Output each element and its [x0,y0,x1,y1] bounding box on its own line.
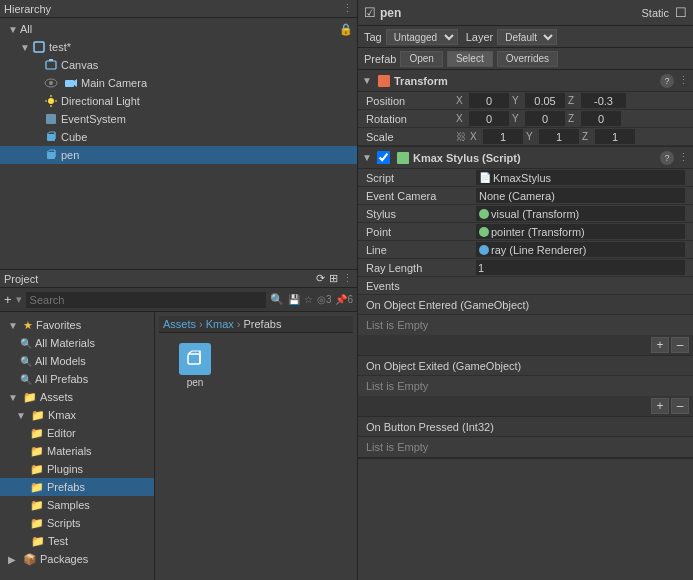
rotation-label: Rotation [366,113,456,125]
scale-y-input[interactable] [539,129,579,144]
point-name: pointer (Transform) [491,226,682,238]
script-header[interactable]: ▼ Kmax Stylus (Script) ? ⋮ [358,147,693,169]
sidebar-item-prefabs[interactable]: 📁 Prefabs [0,478,154,496]
position-x-input[interactable] [469,93,509,108]
event-camera-value[interactable]: None (Camera) [476,188,685,203]
assets-icon: 📁 [23,391,37,404]
sidebar-label: Materials [47,445,92,457]
tag-label: Tag [364,31,382,43]
static-checkbox[interactable]: ☐ [675,5,687,20]
sidebar-item-kmax[interactable]: ▼ 📁 Kmax [0,406,154,424]
project-icon1[interactable]: ⟳ [316,272,325,285]
add-icon[interactable]: + [4,292,12,307]
sidebar-label: Packages [40,553,88,565]
event-exited-add-button[interactable]: + [651,398,669,414]
rotation-z-input[interactable] [581,111,621,126]
search-icon[interactable]: 🔍 [270,293,284,306]
script-enabled-checkbox[interactable] [377,151,390,164]
eye-icon [44,78,64,88]
active-checkbox[interactable]: ☑ [364,5,376,20]
line-value[interactable]: ray (Line Renderer) [476,242,685,257]
cube-icon [44,130,58,144]
transform-section: ▼ Transform ? ⋮ Position X Y Z [358,70,693,147]
event-camera-label: Event Camera [366,190,476,202]
event-button-pressed-empty: List is Empty [358,437,693,457]
event-entered-add-button[interactable]: + [651,337,669,353]
scale-x-input[interactable] [483,129,523,144]
hierarchy-items: ▼ All 🔒 ▼ test* Canvas [0,18,357,166]
event-exited-header: On Object Exited (GameObject) [358,356,693,376]
prefab-label: Prefab [364,53,396,65]
svg-marker-6 [74,79,77,87]
event-entered-remove-button[interactable]: – [671,337,689,353]
transform-header[interactable]: ▼ Transform ? ⋮ [358,70,693,92]
hierarchy-header-left: Hierarchy [4,3,51,15]
hierarchy-item-maincamera[interactable]: Main Camera [0,74,357,92]
sidebar-item-all-models[interactable]: 🔍 All Models [0,352,154,370]
sidebar-item-test[interactable]: 📁 Test [0,532,154,550]
line-icon [479,245,489,255]
hierarchy-item-canvas[interactable]: Canvas [0,56,357,74]
transform-menu-icon[interactable]: ⋮ [678,74,689,88]
sidebar-item-scripts[interactable]: 📁 Scripts [0,514,154,532]
project-search-input[interactable] [26,292,266,308]
script-label: Script [366,172,476,184]
arrow-icon: ▶ [8,554,20,565]
eye-icon-proj[interactable]: ◎3 [317,294,332,305]
select-button[interactable]: Select [447,51,493,67]
open-button[interactable]: Open [400,51,442,67]
item-label: test* [49,41,71,53]
script-section: ▼ Kmax Stylus (Script) ? ⋮ Script 📄 Kmax… [358,147,693,459]
stylus-value[interactable]: visual (Transform) [476,206,685,221]
sidebar-item-samples[interactable]: 📁 Samples [0,496,154,514]
project-menu-icon[interactable]: ⋮ [342,272,353,285]
position-z-input[interactable] [581,93,626,108]
x-label: X [456,95,466,106]
point-value[interactable]: pointer (Transform) [476,224,685,239]
prefab-item-pen[interactable]: pen [165,339,225,392]
breadcrumb-assets[interactable]: Assets [163,318,196,330]
rotation-y-input[interactable] [525,111,565,126]
script-value[interactable]: 📄 KmaxStylus [476,170,685,185]
ray-length-input[interactable] [476,260,685,275]
position-y-input[interactable] [525,93,565,108]
point-icon [479,227,489,237]
sidebar-item-assets[interactable]: ▼ 📁 Assets [0,388,154,406]
sidebar-item-all-prefabs[interactable]: 🔍 All Prefabs [0,370,154,388]
sidebar-item-packages[interactable]: ▶ 📦 Packages [0,550,154,568]
project-icon2[interactable]: ⊞ [329,272,338,285]
sidebar-item-all-materials[interactable]: 🔍 All Materials [0,334,154,352]
project-sidebar: ▼ ★ Favorites 🔍 All Materials 🔍 All Mode… [0,312,155,580]
star-icon[interactable]: ☆ [304,294,313,305]
sidebar-item-editor[interactable]: 📁 Editor [0,424,154,442]
position-row: Position X Y Z [358,92,693,110]
hierarchy-item-eventsystem[interactable]: EventSystem [0,110,357,128]
tag-select[interactable]: Untagged [386,29,458,45]
overrides-button[interactable]: Overrides [497,51,558,67]
scale-z-input[interactable] [595,129,635,144]
hierarchy-lock-icon[interactable]: 🔒 [339,23,353,36]
hierarchy-item-test[interactable]: ▼ test* [0,38,357,56]
hierarchy-item-pen[interactable]: pen [0,146,357,164]
sidebar-item-materials[interactable]: 📁 Materials [0,442,154,460]
hierarchy-menu-icon[interactable]: ⋮ [342,2,353,15]
breadcrumb-prefabs[interactable]: Prefabs [243,318,281,330]
help-button[interactable]: ? [660,151,674,165]
hierarchy-item-cube[interactable]: Cube [0,128,357,146]
sidebar-item-plugins[interactable]: 📁 Plugins [0,460,154,478]
hierarchy-item-directionallight[interactable]: Directional Light [0,92,357,110]
hierarchy-item-all[interactable]: ▼ All 🔒 [0,20,357,38]
rotation-x-input[interactable] [469,111,509,126]
save-icon[interactable]: 💾 [288,294,300,305]
pin-icon[interactable]: 📌6 [335,294,353,305]
svg-point-4 [49,81,53,85]
sidebar-item-favorites[interactable]: ▼ ★ Favorites [0,316,154,334]
line-name: ray (Line Renderer) [491,244,682,256]
scale-link-icon[interactable]: ⛓ [456,131,466,142]
layer-select[interactable]: Default [497,29,557,45]
help-button[interactable]: ? [660,74,674,88]
script-menu-icon[interactable]: ⋮ [678,151,689,165]
folder-icon: 📁 [30,463,44,476]
breadcrumb-kmax[interactable]: Kmax [206,318,234,330]
event-exited-remove-button[interactable]: – [671,398,689,414]
